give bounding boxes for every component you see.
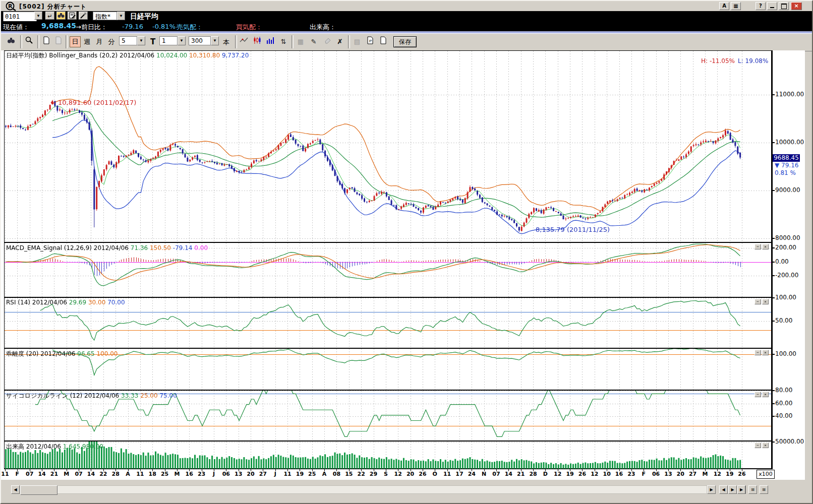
x-axis-tick [398,469,398,471]
price-panel-header: 日経平均(指数) Bollinger_Bands (20,2) 2012/04/… [6,51,249,60]
jump-end-button[interactable]: ▶ [737,485,746,494]
memo-button[interactable] [68,12,77,20]
tick-count-dropdown[interactable]: ▼ [178,36,186,45]
maximize-button[interactable] [779,2,789,10]
x-axis-label: 25 [307,471,318,477]
indicator-name: サイコロジカルライン (12) [6,392,82,399]
symbol-dropdown-button[interactable]: ▼ [34,12,42,20]
kairi-chart-canvas[interactable] [5,349,771,390]
scroll-left-button[interactable]: ◀ [11,485,20,494]
page-right-button[interactable]: ▶ [728,485,737,494]
symbol-code-input[interactable] [3,12,37,22]
minute-interval-select[interactable]: 5 [119,36,137,45]
indicator-date: 2012/04/06 [40,350,75,357]
x-axis-tick [361,469,362,471]
panel-minimize-button[interactable]: − [754,392,761,397]
x-axis-label: 20 [675,471,686,477]
new-page-button[interactable] [40,36,52,48]
market-type-dropdown-button[interactable]: ▼ [117,12,125,20]
signal-value: 150.50 [150,244,171,251]
page-setting-button[interactable]: P [364,36,376,48]
x-axis-label: 07 [491,471,502,477]
x-axis-tick [619,469,620,471]
panel-minimize-button[interactable]: − [754,350,761,355]
close-button[interactable]: × [791,2,802,10]
line-chart-button[interactable] [238,36,250,48]
x-axis-label: 07 [73,471,84,477]
period-weekly-button[interactable]: 週 [82,36,93,47]
bar-count-select[interactable]: 300 [189,36,211,45]
x-axis-label: 16 [184,471,195,477]
x-axis-label: M [700,471,711,477]
x-axis-label: F [12,471,23,477]
compare-button[interactable] [5,36,17,48]
y-axis-tick [771,416,775,417]
updown-arrows-button[interactable]: ⇅ [277,36,289,48]
layout-grid-button-2[interactable]: ⊞ [760,485,768,494]
period-daily-button[interactable]: 日 [70,36,81,47]
panel-close-button[interactable]: × [762,244,769,249]
panel-minimize-button[interactable]: − [754,443,761,448]
bar-chart-button[interactable] [264,36,276,48]
zoom-button[interactable] [23,36,35,48]
draw-pencil-button[interactable]: ✎ [308,36,320,48]
y-axis-tick [771,403,775,404]
memo-icon [69,12,76,19]
x-axis-label: S [380,471,391,477]
grid-settings-button[interactable]: ▦ [295,36,307,48]
x-axis-tick [374,469,374,471]
page-left-button[interactable]: ◀ [719,485,728,494]
enter-button[interactable]: ↵ [45,12,54,20]
y-axis-label: 50.00 [775,317,792,324]
scroll-right-button[interactable]: ▶ [707,485,716,494]
minute-interval-dropdown[interactable]: ▼ [137,36,145,45]
y-axis-label: 0.00 [775,258,789,265]
copy-page-button[interactable] [52,36,65,48]
price-chart-canvas[interactable] [5,51,771,242]
panel-minimize-button[interactable]: − [754,244,761,249]
indicator-name: 乖離度 (20) [6,350,38,357]
x-axis-tick [5,469,6,471]
delete-drawings-button[interactable]: ✗ [334,36,346,48]
x-axis-tick [582,469,583,471]
x-axis-tick [533,469,534,471]
print-button[interactable]: ▤ [351,36,363,48]
x-axis-label: 29 [368,471,379,477]
bar-count-dropdown[interactable]: ▼ [211,36,219,45]
toolbar-separator [235,35,237,48]
tick-count-select[interactable]: 1 [159,36,178,45]
toolbar-separator [292,35,294,48]
zero-value: 0.00 [194,244,208,251]
layout-grid-button[interactable]: ⊞ [748,485,757,494]
x-axis-label: 11 [442,471,453,477]
volume-chart-canvas[interactable] [5,442,771,469]
eraser-button[interactable] [321,36,333,48]
panel-layout-button[interactable]: ▦ [731,2,741,10]
help-button[interactable]: ? [756,2,766,10]
panel-close-button[interactable]: × [762,299,769,304]
panel-close-button[interactable]: × [762,443,769,448]
market-type-select[interactable]: 指数* [93,12,117,20]
minimize-button[interactable] [767,2,777,10]
page-export-button[interactable] [377,36,389,48]
clear-draw-button[interactable] [79,12,88,20]
period-monthly-button[interactable]: 月 [94,36,105,47]
binoculars-button[interactable] [56,12,66,20]
scrollbar-thumb[interactable] [20,485,57,495]
toolbar-separator [20,35,22,48]
candle-chart-button[interactable] [251,36,263,48]
scrollbar-track[interactable] [20,485,707,494]
x-axis-tick [336,469,337,471]
binoculars-dark-icon [7,37,15,44]
x-axis-label: J [270,471,281,477]
panel-close-button[interactable]: × [762,350,769,355]
grid-icon: ▦ [733,3,738,9]
a-button[interactable]: A [719,2,729,10]
period-minute-button[interactable]: 分 [106,36,117,47]
macd-value: 71.36 [131,244,148,251]
right-axis-line [771,50,773,469]
high-annotation-text: 10,891.60 (2011/02/17) [58,99,136,106]
save-button[interactable]: 保存 [393,36,417,47]
panel-close-button[interactable]: × [762,392,769,397]
panel-minimize-button[interactable]: − [754,299,761,304]
